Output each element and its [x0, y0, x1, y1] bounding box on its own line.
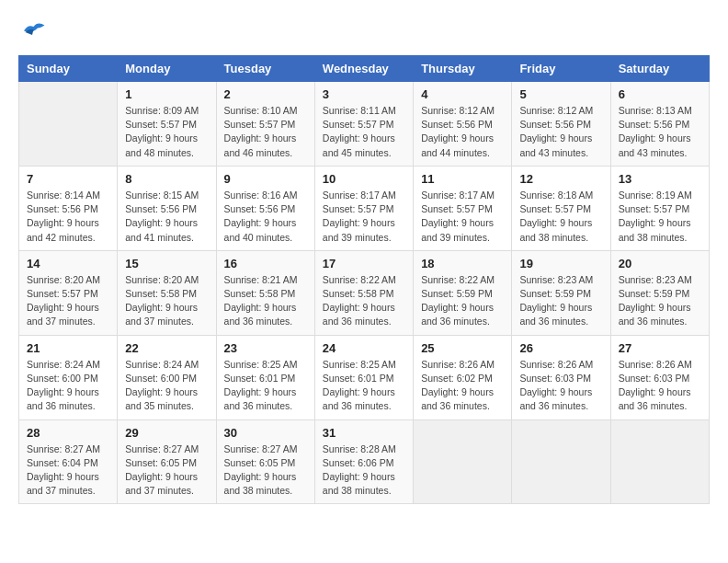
- calendar-cell: 5Sunrise: 8:12 AM Sunset: 5:56 PM Daylig…: [512, 82, 610, 167]
- calendar-cell: 14Sunrise: 8:20 AM Sunset: 5:57 PM Dayli…: [19, 250, 118, 335]
- day-number: 17: [323, 257, 405, 270]
- week-row: 28Sunrise: 8:27 AM Sunset: 6:04 PM Dayli…: [19, 419, 710, 504]
- day-detail: Sunrise: 8:23 AM Sunset: 5:59 PM Dayligh…: [519, 273, 602, 329]
- calendar-cell: 3Sunrise: 8:11 AM Sunset: 5:57 PM Daylig…: [314, 82, 413, 167]
- day-number: 3: [323, 87, 405, 101]
- calendar-cell: 30Sunrise: 8:27 AM Sunset: 6:05 PM Dayli…: [216, 419, 314, 504]
- calendar-cell: [610, 419, 709, 504]
- day-number: 9: [224, 172, 307, 186]
- calendar-cell: 1Sunrise: 8:09 AM Sunset: 5:57 PM Daylig…: [118, 82, 216, 167]
- calendar-cell: 15Sunrise: 8:20 AM Sunset: 5:58 PM Dayli…: [118, 250, 216, 335]
- calendar-cell: 13Sunrise: 8:19 AM Sunset: 5:57 PM Dayli…: [610, 166, 709, 250]
- calendar-cell: 22Sunrise: 8:24 AM Sunset: 6:00 PM Dayli…: [118, 335, 216, 419]
- logo-icon: [18, 18, 46, 40]
- day-number: 1: [125, 87, 208, 101]
- day-detail: Sunrise: 8:24 AM Sunset: 6:00 PM Dayligh…: [27, 358, 109, 414]
- day-number: 20: [619, 257, 701, 270]
- calendar-cell: 10Sunrise: 8:17 AM Sunset: 5:57 PM Dayli…: [314, 166, 413, 250]
- day-number: 15: [125, 257, 208, 270]
- calendar-cell: 21Sunrise: 8:24 AM Sunset: 6:00 PM Dayli…: [19, 335, 118, 419]
- calendar-cell: 17Sunrise: 8:22 AM Sunset: 5:58 PM Dayli…: [314, 250, 413, 335]
- calendar-cell: 18Sunrise: 8:22 AM Sunset: 5:59 PM Dayli…: [414, 250, 512, 335]
- calendar-cell: [19, 82, 118, 167]
- day-detail: Sunrise: 8:17 AM Sunset: 5:57 PM Dayligh…: [323, 189, 405, 245]
- header-cell-thursday: Thursday: [414, 56, 512, 82]
- day-number: 23: [224, 341, 307, 355]
- day-number: 28: [27, 426, 109, 440]
- logo: [18, 18, 50, 40]
- day-number: 5: [519, 87, 602, 101]
- calendar-cell: 6Sunrise: 8:13 AM Sunset: 5:56 PM Daylig…: [610, 82, 709, 167]
- header-cell-friday: Friday: [512, 56, 610, 82]
- day-number: 25: [421, 341, 504, 355]
- page-header: [18, 18, 710, 40]
- day-number: 4: [421, 87, 504, 101]
- day-number: 6: [619, 87, 701, 101]
- calendar-header: SundayMondayTuesdayWednesdayThursdayFrid…: [19, 56, 710, 82]
- week-row: 21Sunrise: 8:24 AM Sunset: 6:00 PM Dayli…: [19, 335, 710, 419]
- day-number: 8: [125, 172, 208, 186]
- calendar-cell: 9Sunrise: 8:16 AM Sunset: 5:56 PM Daylig…: [216, 166, 314, 250]
- calendar-cell: 11Sunrise: 8:17 AM Sunset: 5:57 PM Dayli…: [414, 166, 512, 250]
- day-detail: Sunrise: 8:28 AM Sunset: 6:06 PM Dayligh…: [323, 442, 405, 499]
- day-number: 7: [27, 172, 109, 186]
- day-detail: Sunrise: 8:20 AM Sunset: 5:57 PM Dayligh…: [27, 273, 109, 329]
- header-cell-monday: Monday: [118, 56, 216, 82]
- header-row: SundayMondayTuesdayWednesdayThursdayFrid…: [19, 56, 710, 82]
- day-detail: Sunrise: 8:17 AM Sunset: 5:57 PM Dayligh…: [421, 189, 504, 245]
- calendar-cell: [512, 419, 610, 504]
- calendar-body: 1Sunrise: 8:09 AM Sunset: 5:57 PM Daylig…: [19, 82, 710, 504]
- day-number: 29: [125, 426, 208, 440]
- day-number: 26: [519, 341, 602, 355]
- header-cell-sunday: Sunday: [19, 56, 118, 82]
- day-detail: Sunrise: 8:22 AM Sunset: 5:59 PM Dayligh…: [421, 273, 504, 329]
- day-detail: Sunrise: 8:12 AM Sunset: 5:56 PM Dayligh…: [519, 104, 602, 160]
- calendar-cell: 12Sunrise: 8:18 AM Sunset: 5:57 PM Dayli…: [512, 166, 610, 250]
- day-detail: Sunrise: 8:12 AM Sunset: 5:56 PM Dayligh…: [421, 104, 504, 160]
- header-cell-tuesday: Tuesday: [216, 56, 314, 82]
- day-number: 19: [519, 257, 602, 270]
- day-number: 13: [619, 172, 701, 186]
- day-detail: Sunrise: 8:22 AM Sunset: 5:58 PM Dayligh…: [323, 273, 405, 329]
- day-detail: Sunrise: 8:20 AM Sunset: 5:58 PM Dayligh…: [125, 273, 208, 329]
- week-row: 14Sunrise: 8:20 AM Sunset: 5:57 PM Dayli…: [19, 250, 710, 335]
- day-detail: Sunrise: 8:21 AM Sunset: 5:58 PM Dayligh…: [224, 273, 307, 329]
- day-detail: Sunrise: 8:16 AM Sunset: 5:56 PM Dayligh…: [224, 189, 307, 245]
- calendar-cell: 27Sunrise: 8:26 AM Sunset: 6:03 PM Dayli…: [610, 335, 709, 419]
- day-number: 18: [421, 257, 504, 270]
- calendar-cell: 23Sunrise: 8:25 AM Sunset: 6:01 PM Dayli…: [216, 335, 314, 419]
- day-detail: Sunrise: 8:25 AM Sunset: 6:01 PM Dayligh…: [224, 358, 307, 414]
- calendar-cell: 26Sunrise: 8:26 AM Sunset: 6:03 PM Dayli…: [512, 335, 610, 419]
- week-row: 7Sunrise: 8:14 AM Sunset: 5:56 PM Daylig…: [19, 166, 710, 250]
- calendar-cell: 16Sunrise: 8:21 AM Sunset: 5:58 PM Dayli…: [216, 250, 314, 335]
- calendar-cell: 29Sunrise: 8:27 AM Sunset: 6:05 PM Dayli…: [118, 419, 216, 504]
- day-detail: Sunrise: 8:27 AM Sunset: 6:04 PM Dayligh…: [27, 442, 109, 499]
- day-detail: Sunrise: 8:26 AM Sunset: 6:03 PM Dayligh…: [619, 358, 701, 414]
- day-number: 22: [125, 341, 208, 355]
- calendar-cell: 7Sunrise: 8:14 AM Sunset: 5:56 PM Daylig…: [19, 166, 118, 250]
- day-number: 10: [323, 172, 405, 186]
- calendar-cell: 24Sunrise: 8:25 AM Sunset: 6:01 PM Dayli…: [314, 335, 413, 419]
- day-detail: Sunrise: 8:24 AM Sunset: 6:00 PM Dayligh…: [125, 358, 208, 414]
- day-detail: Sunrise: 8:14 AM Sunset: 5:56 PM Dayligh…: [27, 189, 109, 245]
- day-detail: Sunrise: 8:09 AM Sunset: 5:57 PM Dayligh…: [125, 104, 208, 160]
- day-detail: Sunrise: 8:15 AM Sunset: 5:56 PM Dayligh…: [125, 189, 208, 245]
- day-number: 11: [421, 172, 504, 186]
- day-number: 12: [519, 172, 602, 186]
- calendar-cell: [414, 419, 512, 504]
- day-detail: Sunrise: 8:10 AM Sunset: 5:57 PM Dayligh…: [224, 104, 307, 160]
- calendar-table: SundayMondayTuesdayWednesdayThursdayFrid…: [18, 55, 710, 504]
- calendar-cell: 4Sunrise: 8:12 AM Sunset: 5:56 PM Daylig…: [414, 82, 512, 167]
- day-detail: Sunrise: 8:25 AM Sunset: 6:01 PM Dayligh…: [323, 358, 405, 414]
- header-cell-wednesday: Wednesday: [314, 56, 413, 82]
- day-number: 31: [323, 426, 405, 440]
- day-number: 27: [619, 341, 701, 355]
- day-detail: Sunrise: 8:23 AM Sunset: 5:59 PM Dayligh…: [619, 273, 701, 329]
- calendar-cell: 28Sunrise: 8:27 AM Sunset: 6:04 PM Dayli…: [19, 419, 118, 504]
- calendar-cell: 19Sunrise: 8:23 AM Sunset: 5:59 PM Dayli…: [512, 250, 610, 335]
- day-number: 14: [27, 257, 109, 270]
- calendar-cell: 25Sunrise: 8:26 AM Sunset: 6:02 PM Dayli…: [414, 335, 512, 419]
- day-detail: Sunrise: 8:18 AM Sunset: 5:57 PM Dayligh…: [519, 189, 602, 245]
- day-detail: Sunrise: 8:26 AM Sunset: 6:02 PM Dayligh…: [421, 358, 504, 414]
- day-number: 2: [224, 87, 307, 101]
